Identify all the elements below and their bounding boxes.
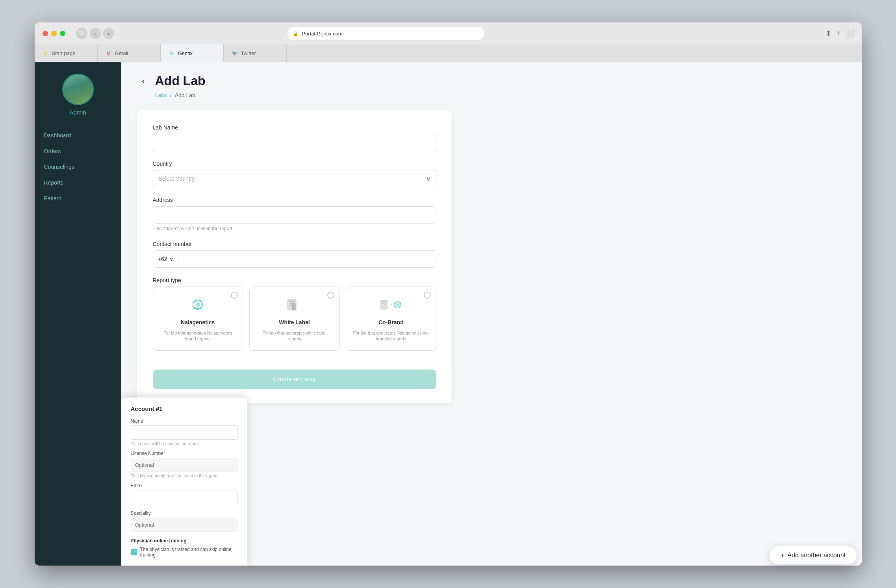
browser-nav: ⬜ ‹ ›	[76, 28, 114, 39]
account-panel: Account #1 Name This name will be used i…	[121, 398, 247, 566]
svg-point-19	[395, 306, 396, 307]
svg-rect-10	[292, 303, 295, 310]
ap-training-checkbox-row: ✓ The physician is trained and can skip …	[131, 547, 238, 558]
svg-rect-12	[382, 301, 386, 302]
training-checkbox[interactable]: ✓	[131, 549, 137, 555]
new-tab-icon[interactable]: +	[836, 29, 840, 38]
ap-license-group: License Number This license number will …	[131, 451, 238, 478]
ap-speciality-input[interactable]	[131, 518, 238, 532]
report-types-container: Nalagenetics For lab that generates Nala…	[153, 287, 436, 351]
svg-text:+: +	[390, 302, 392, 307]
ap-speciality-group: Speciality	[131, 510, 238, 533]
nalagenetics-icon	[186, 295, 210, 314]
ap-training-section: Physician online training ✓ The physicia…	[131, 538, 238, 558]
sidebar-nav: Dashboard Orders Counselings Reports Pat…	[35, 128, 121, 206]
svg-rect-13	[382, 303, 385, 304]
lock-icon: 🔒	[293, 31, 299, 36]
lab-name-input[interactable]	[153, 134, 436, 151]
svg-point-1	[195, 302, 200, 307]
svg-point-18	[399, 302, 401, 303]
country-select-wrapper: Select Country ∨	[153, 170, 436, 187]
create-account-button[interactable]: Create account	[153, 370, 436, 389]
plus-icon: +	[781, 552, 784, 559]
add-account-label: Add another account	[787, 552, 846, 559]
phone-dropdown-icon: ∨	[169, 256, 173, 262]
sidebar-item-patient[interactable]: Patient	[35, 190, 121, 206]
ap-training-label: Physician online training	[131, 538, 238, 544]
back-button[interactable]: ‹	[90, 28, 101, 39]
svg-point-4	[194, 307, 196, 309]
add-another-account-button[interactable]: + Add another account	[770, 546, 857, 564]
start-favicon: ⚡	[43, 50, 49, 56]
tab-gentix-label: Gentix	[178, 50, 193, 56]
extensions-icon[interactable]: ⬜	[845, 29, 854, 38]
browser-actions: ⬆ + ⬜	[826, 29, 854, 38]
forward-button[interactable]: ›	[103, 28, 114, 39]
ap-name-input[interactable]	[131, 425, 238, 440]
svg-point-20	[399, 306, 401, 307]
back-nav-button[interactable]: ⬜	[76, 28, 87, 39]
phone-country-selector[interactable]: +62 ∨	[153, 251, 179, 267]
ap-name-group: Name This name will be used in the repor…	[131, 418, 238, 446]
svg-point-3	[200, 301, 201, 302]
report-card-nalagenetics[interactable]: Nalagenetics For lab that generates Nala…	[153, 287, 243, 351]
whitelabel-radio[interactable]	[327, 292, 334, 299]
tab-start-label: Start page	[52, 50, 76, 56]
phone-number-input[interactable]	[178, 251, 436, 267]
sidebar-item-counselings[interactable]: Counselings	[35, 159, 121, 175]
address-hint: This address will be used in the report.	[153, 226, 436, 231]
report-type-group: Report type	[153, 277, 436, 351]
ap-name-hint: This name will be used in the report.	[131, 441, 238, 446]
report-card-cobrand[interactable]: + Co-Brand For lab that ge	[346, 287, 436, 351]
country-select[interactable]: Select Country	[153, 170, 436, 187]
svg-point-16	[396, 303, 399, 307]
sidebar-item-reports[interactable]: Reports	[35, 175, 121, 190]
contact-group: Contact number +62 ∨	[153, 241, 436, 268]
address-input[interactable]	[153, 206, 436, 224]
avatar	[62, 74, 94, 105]
sidebar-item-orders[interactable]: Orders	[35, 143, 121, 159]
cobrand-icon: +	[379, 295, 403, 314]
back-button[interactable]: ‹	[137, 75, 150, 87]
ap-license-input[interactable]	[131, 458, 238, 472]
phone-code: +62	[158, 256, 167, 262]
gmail-favicon: M	[106, 50, 112, 56]
close-icon[interactable]	[43, 31, 48, 36]
share-icon[interactable]: ⬆	[826, 29, 831, 38]
url-text: Portal.Gentix.com	[302, 31, 342, 37]
browser-chrome: ⬜ ‹ › 🔒 Portal.Gentix.com ⬆ + ⬜ ⚡ Start …	[35, 22, 862, 62]
page-content: ‹ Add Lab Labs / Add Lab Lab Name Countr…	[121, 62, 862, 566]
cobrand-radio[interactable]	[424, 292, 431, 299]
sidebar-item-dashboard[interactable]: Dashboard	[35, 128, 121, 143]
report-card-whitelabel[interactable]: White Label For lab that generates white…	[249, 287, 339, 351]
contact-label: Contact number	[153, 241, 436, 247]
ap-email-input[interactable]	[131, 490, 238, 504]
account-panel-title: Account #1	[131, 405, 238, 412]
address-bar[interactable]: 🔒 Portal.Gentix.com	[288, 27, 484, 40]
tab-gentix[interactable]: G Gentix	[161, 44, 224, 62]
tab-start[interactable]: ⚡ Start page	[35, 44, 98, 62]
browser-toolbar: ⬜ ‹ › 🔒 Portal.Gentix.com ⬆ + ⬜	[35, 22, 862, 44]
ap-speciality-label: Speciality	[131, 510, 238, 516]
tab-gmail-label: Gmail	[115, 50, 128, 56]
avatar-image	[63, 75, 93, 104]
sidebar: Admin Dashboard Orders Counselings Repor…	[35, 62, 121, 566]
ap-name-label: Name	[131, 418, 238, 424]
breadcrumb-separator: /	[170, 92, 172, 98]
minimize-icon[interactable]	[51, 31, 57, 36]
tab-twitter[interactable]: 🐦 Twitter	[224, 44, 287, 62]
browser-content: Admin Dashboard Orders Counselings Repor…	[35, 62, 862, 566]
cobrand-desc: For lab that generates Nalagenetics co-b…	[352, 330, 429, 342]
whitelabel-desc: For lab that generates white label repor…	[256, 330, 333, 342]
tab-gmail[interactable]: M Gmail	[98, 44, 161, 62]
breadcrumb-labs[interactable]: Labs	[155, 92, 167, 98]
sidebar-username: Admin	[69, 109, 86, 116]
country-group: Country Select Country ∨	[153, 161, 436, 187]
twitter-favicon: 🐦	[232, 50, 238, 56]
fullscreen-icon[interactable]	[60, 31, 65, 36]
ap-license-label: License Number	[131, 451, 238, 456]
tabs-bar: ⚡ Start page M Gmail G Gentix 🐦 Twitter	[35, 44, 862, 62]
ap-license-hint: This license number will be used in the …	[131, 473, 238, 478]
nalagenetics-radio[interactable]	[231, 292, 238, 299]
address-label: Address	[153, 197, 436, 203]
